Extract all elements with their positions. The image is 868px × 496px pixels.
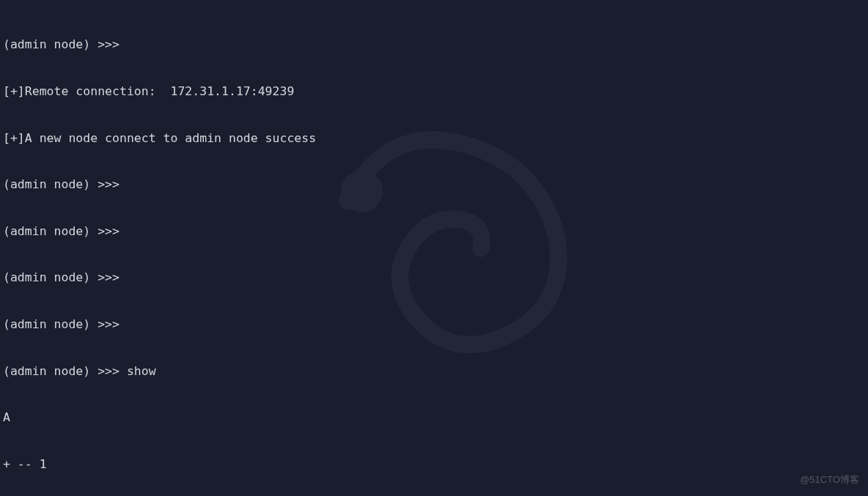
terminal-line: + -- 1 bbox=[3, 456, 865, 472]
terminal-line: [+]A new node connect to admin node succ… bbox=[3, 130, 865, 146]
watermark-text: @51CTO博客 bbox=[800, 472, 859, 487]
terminal-line: (admin node) >>> show bbox=[3, 363, 865, 379]
terminal-line: A bbox=[3, 410, 865, 425]
terminal-output[interactable]: (admin node) >>> [+]Remote connection: 1… bbox=[3, 6, 865, 496]
terminal-line: (admin node) >>> bbox=[3, 37, 865, 52]
terminal-line: (admin node) >>> bbox=[3, 223, 865, 239]
terminal-line: (admin node) >>> bbox=[3, 177, 865, 192]
terminal-line: [+]Remote connection: 172.31.1.17:49239 bbox=[3, 84, 865, 99]
terminal-line: (admin node) >>> bbox=[3, 270, 865, 285]
terminal-line: (admin node) >>> bbox=[3, 317, 865, 332]
